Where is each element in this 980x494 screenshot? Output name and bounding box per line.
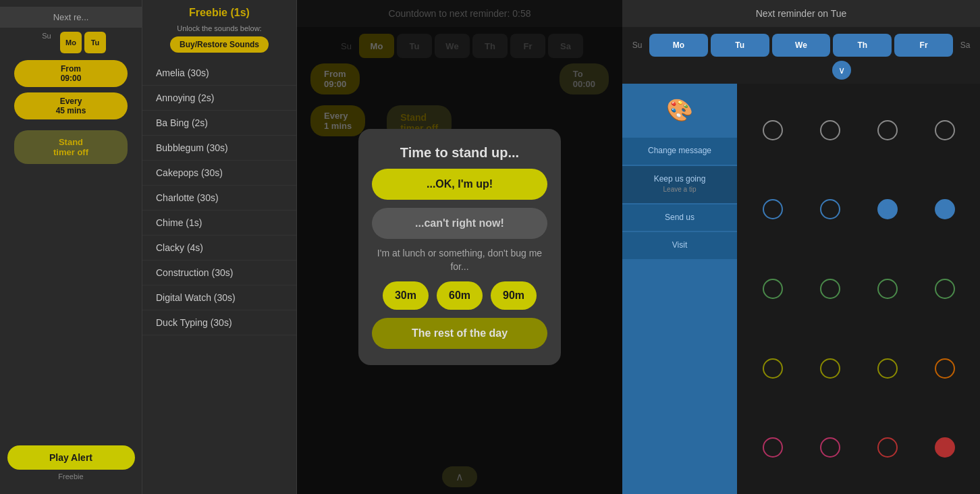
- modal-rest-btn[interactable]: The rest of the day: [372, 318, 547, 349]
- grid-cell-r3c2[interactable]: [801, 249, 859, 329]
- left-stand-btn[interactable]: Stand timer off: [14, 130, 128, 164]
- radio-orange-1[interactable]: [935, 358, 955, 379]
- grid-cell-r5c4[interactable]: [916, 408, 973, 487]
- sound-digital-watch[interactable]: Digital Watch (30s): [142, 285, 296, 310]
- left-every-btn[interactable]: Every 45 mins: [14, 92, 128, 119]
- modal-overlay: Time to stand up... ...OK, I'm up! ...ca…: [297, 0, 622, 494]
- sound-bubblegum[interactable]: Bubblegum (30s): [142, 136, 296, 161]
- modal-box: Time to stand up... ...OK, I'm up! ...ca…: [358, 129, 561, 365]
- radio-pink-2[interactable]: [820, 437, 840, 458]
- sound-ba-bing[interactable]: Ba Bing (2s): [142, 111, 296, 136]
- radio-white-1[interactable]: [763, 120, 783, 140]
- sound-amelia[interactable]: Amelia (30s): [142, 61, 296, 86]
- right-grid: [737, 84, 980, 494]
- grid-cell-r5c2[interactable]: [801, 408, 859, 487]
- day-tu-btn[interactable]: Tu: [84, 32, 106, 53]
- keep-us-going-btn[interactable]: Keep us goingLeave a tip: [622, 166, 737, 203]
- radio-blue-4[interactable]: [935, 199, 955, 219]
- right-we-btn[interactable]: We: [772, 34, 831, 57]
- day-su-label: Su: [36, 32, 57, 53]
- right-day-row: Su Mo Tu We Th Fr Sa: [628, 34, 975, 57]
- sound-clacky[interactable]: Clacky (4s): [142, 236, 296, 260]
- grid-cell-r5c1[interactable]: [744, 408, 801, 487]
- left-day-row: Su Mo Tu: [32, 32, 110, 53]
- modal-title: Time to stand up...: [400, 145, 519, 161]
- grid-cell-r2c3[interactable]: [859, 170, 916, 250]
- radio-white-2[interactable]: [820, 120, 840, 140]
- every-label: Every: [25, 97, 117, 106]
- grid-cell-r2c4[interactable]: [916, 170, 973, 250]
- right-mo-btn[interactable]: Mo: [649, 34, 708, 57]
- sound-annoying[interactable]: Annoying (2s): [142, 86, 296, 111]
- grid-cell-r3c3[interactable]: [859, 249, 916, 329]
- radio-yellow-1[interactable]: [763, 358, 783, 379]
- right-sidebar: 🎨 Change message Keep us goingLeave a ti…: [622, 84, 737, 494]
- right-su-label: Su: [628, 40, 647, 50]
- buy-sounds-btn[interactable]: Buy/Restore Sounds: [170, 36, 269, 53]
- right-fr-btn[interactable]: Fr: [894, 34, 953, 57]
- every-sub: 45 mins: [25, 106, 117, 115]
- radio-white-3[interactable]: [877, 120, 898, 140]
- left-play-alert-btn[interactable]: Play Alert: [7, 445, 135, 470]
- sound-charlotte[interactable]: Charlotte (30s): [142, 186, 296, 211]
- radio-white-4[interactable]: [935, 120, 955, 140]
- right-sidebar-palette[interactable]: 🎨: [622, 84, 737, 136]
- radio-green-1[interactable]: [763, 279, 783, 299]
- grid-cell-r4c4[interactable]: [916, 329, 973, 408]
- from-label: From: [25, 64, 117, 74]
- modal-30m-btn[interactable]: 30m: [383, 281, 429, 310]
- visit-btn[interactable]: Visit: [622, 232, 737, 259]
- change-message-btn[interactable]: Change message: [622, 138, 737, 165]
- from-time: 09:00: [25, 74, 117, 83]
- radio-blue-2[interactable]: [820, 199, 840, 219]
- palette-icon: 🎨: [666, 97, 693, 123]
- panel-right: Next reminder on Tue Su Mo Tu We Th Fr S…: [622, 0, 980, 494]
- left-freebie-label: Freebie: [58, 472, 83, 481]
- radio-pink-1[interactable]: [763, 437, 783, 458]
- grid-cell-r4c1[interactable]: [744, 329, 801, 408]
- panel-main: Countdown to next reminder: 0:58 Su Mo T…: [297, 0, 622, 494]
- grid-cell-r4c3[interactable]: [859, 329, 916, 408]
- radio-red-1[interactable]: [877, 437, 898, 458]
- sound-duck-typing[interactable]: Duck Typing (30s): [142, 310, 296, 335]
- day-mo-btn[interactable]: Mo: [60, 32, 82, 53]
- chevron-btn[interactable]: ∨: [832, 61, 851, 80]
- radio-yellow-2[interactable]: [820, 358, 840, 379]
- grid-cell-r4c2[interactable]: [801, 329, 859, 408]
- sound-cakepops[interactable]: Cakepops (30s): [142, 161, 296, 186]
- right-th-btn[interactable]: Th: [833, 34, 892, 57]
- radio-blue-filled[interactable]: [877, 199, 898, 219]
- grid-cell-r2c1[interactable]: [744, 170, 801, 250]
- unlock-label: Unlock the sounds below:: [177, 24, 261, 32]
- grid-cell-r3c1[interactable]: [744, 249, 801, 329]
- right-tu-btn[interactable]: Tu: [711, 34, 769, 57]
- radio-green-2[interactable]: [820, 279, 840, 299]
- panel-sounds: Freebie (1s) Unlock the sounds below: Bu…: [142, 0, 297, 494]
- radio-blue-1[interactable]: [763, 199, 783, 219]
- left-from-btn[interactable]: From 09:00: [14, 60, 128, 87]
- grid-cell-r5c3[interactable]: [859, 408, 916, 487]
- sound-construction[interactable]: Construction (30s): [142, 260, 296, 285]
- sounds-title: Freebie (1s): [189, 7, 250, 19]
- right-sa-label: Sa: [956, 40, 975, 50]
- grid-cell-r1c3[interactable]: [859, 90, 916, 170]
- radio-green-4[interactable]: [935, 279, 955, 299]
- grid-cell-r1c1[interactable]: [744, 90, 801, 170]
- radio-green-3[interactable]: [877, 279, 898, 299]
- stand-label: Stand: [25, 137, 117, 147]
- radio-red-2[interactable]: [935, 437, 955, 458]
- modal-60m-btn[interactable]: 60m: [437, 281, 483, 310]
- sound-chime[interactable]: Chime (1s): [142, 211, 296, 236]
- modal-ok-btn[interactable]: ...OK, I'm up!: [372, 169, 547, 200]
- grid-cell-r2c2[interactable]: [801, 170, 859, 250]
- grid-cell-r1c2[interactable]: [801, 90, 859, 170]
- panel-left: Next re... Su Mo Tu From 09:00 Every 45 …: [0, 0, 142, 494]
- grid-cell-r3c4[interactable]: [916, 249, 973, 329]
- grid-cell-r1c4[interactable]: [916, 90, 973, 170]
- modal-90m-btn[interactable]: 90m: [491, 281, 537, 310]
- right-header: Next reminder on Tue: [622, 0, 980, 27]
- send-us-btn[interactable]: Send us: [622, 204, 737, 231]
- radio-yellow-3[interactable]: [877, 358, 898, 379]
- modal-cant-btn[interactable]: ...can't right now!: [372, 208, 547, 239]
- modal-desc: I'm at lunch or something, don't bug me …: [372, 247, 547, 273]
